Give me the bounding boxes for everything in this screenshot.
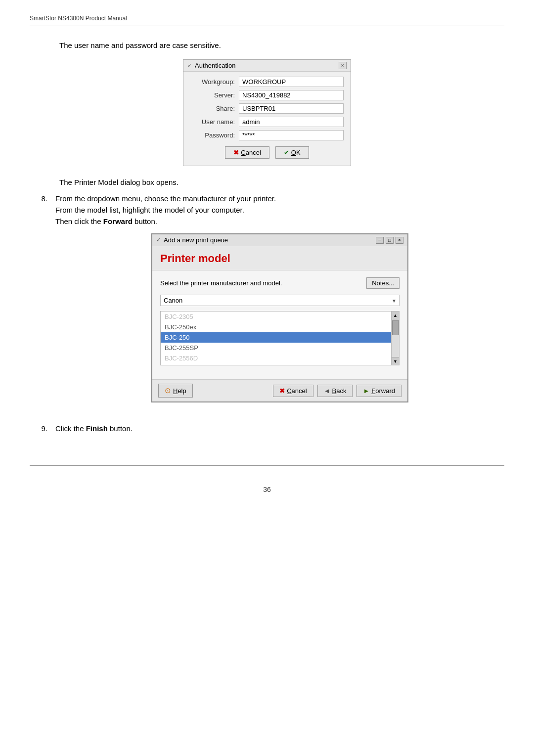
help-icon: ⊙ xyxy=(165,386,171,395)
step-8-number: 8. xyxy=(30,194,47,414)
print-title-bar-left: ✓ Add a new print queue xyxy=(156,236,228,244)
model-scrollbar: ▲ ▼ xyxy=(391,311,399,365)
step-8-line3: Then click the Forward button. xyxy=(55,217,504,225)
cancel-x-icon: ✖ xyxy=(233,149,239,156)
step-9-number: 9. xyxy=(30,424,47,436)
print-body: Select the printer manufacturer and mode… xyxy=(152,270,407,379)
intro-text: The user name and password are case sens… xyxy=(59,41,504,49)
auth-ok-button[interactable]: ✔ OK xyxy=(275,146,309,159)
step-8-content: From the dropdown menu, choose the manuf… xyxy=(55,194,504,414)
auth-label-workgroup: Workgroup: xyxy=(190,78,235,86)
model-list-container: BJC-2305 BJC-250ex BJC-250 BJC-255SP BJC… xyxy=(160,311,400,365)
auth-label-password: Password: xyxy=(190,132,235,139)
manufacturer-dropdown[interactable]: Canon xyxy=(160,295,400,306)
auth-value-username: admin xyxy=(239,117,344,127)
print-dialog-container: ✓ Add a new print queue − □ × Printer mo… xyxy=(55,233,504,402)
model-list: BJC-2305 BJC-250ex BJC-250 BJC-255SP BJC… xyxy=(161,311,391,365)
step-9-text: Click the Finish button. xyxy=(55,424,504,433)
step-8-bold-forward: Forward xyxy=(103,217,133,225)
step-8-line2: From the model list, highlight the model… xyxy=(55,206,504,214)
auth-row-server: Server: NS4300_419882 xyxy=(190,90,344,100)
back-label: Back xyxy=(332,387,347,395)
scroll-up-button[interactable]: ▲ xyxy=(392,311,400,319)
cancel-button[interactable]: ✖ Cancel xyxy=(273,385,313,397)
auth-value-workgroup: WORKGROUP xyxy=(239,77,344,87)
manufacturer-dropdown-wrapper: Canon xyxy=(160,295,400,306)
print-chevron-icon: ✓ xyxy=(156,237,161,243)
help-label: Help xyxy=(173,387,186,395)
scroll-down-button[interactable]: ▼ xyxy=(392,357,400,365)
print-select-label: Select the printer manufacturer and mode… xyxy=(160,279,282,287)
model-item-bjc2305[interactable]: BJC-2305 xyxy=(161,311,391,322)
footer-rule xyxy=(30,465,504,466)
print-header: Printer model xyxy=(152,246,407,270)
print-dialog-title: Add a new print queue xyxy=(164,236,228,244)
page-number: 36 xyxy=(30,486,504,493)
auth-chevron-icon: ✓ xyxy=(187,62,192,69)
auth-row-password: Password: ***** xyxy=(190,130,344,140)
print-footer: ⊙ Help ✖ Cancel ◄ Back ► xyxy=(152,379,407,401)
auth-dialog-title: Authentication xyxy=(195,62,235,69)
auth-value-password: ***** xyxy=(239,130,344,140)
print-dialog: ✓ Add a new print queue − □ × Printer mo… xyxy=(151,233,408,402)
forward-button[interactable]: ► Forward xyxy=(356,385,401,397)
step-8: 8. From the dropdown menu, choose the ma… xyxy=(30,194,504,414)
auth-value-server: NS4300_419882 xyxy=(239,90,344,100)
auth-value-share: USBPTR01 xyxy=(239,103,344,114)
printer-model-title: Printer model xyxy=(160,252,400,265)
header-rule xyxy=(30,26,504,26)
model-item-bjc2556d[interactable]: BJC-2556D xyxy=(161,353,391,363)
auth-row-share: Share: USBPTR01 xyxy=(190,103,344,114)
page-wrapper: SmartStor NS4300N Product Manual The use… xyxy=(0,0,534,756)
cancel-x-icon-print: ✖ xyxy=(279,387,285,395)
auth-close-button[interactable]: × xyxy=(339,62,347,69)
auth-dialog-container: ✓ Authentication × Workgroup: WORKGROUP … xyxy=(30,59,504,166)
notes-button[interactable]: Notes... xyxy=(366,277,400,289)
window-close-button[interactable]: × xyxy=(396,237,403,244)
model-item-bjc250[interactable]: BJC-250 xyxy=(161,332,391,343)
window-restore-button[interactable]: □ xyxy=(386,237,394,244)
back-button[interactable]: ◄ Back xyxy=(317,385,353,397)
auth-title-bar-left: ✓ Authentication xyxy=(187,62,235,69)
auth-cancel-label: Cancel xyxy=(241,149,261,156)
scroll-thumb[interactable] xyxy=(392,320,399,335)
step-9: 9. Click the Finish button. xyxy=(30,424,504,436)
auth-label-server: Server: xyxy=(190,91,235,99)
cancel-label: Cancel xyxy=(287,387,307,395)
step-9-content: Click the Finish button. xyxy=(55,424,504,436)
model-item-bjc250ex[interactable]: BJC-250ex xyxy=(161,322,391,332)
manual-title: SmartStor NS4300N Product Manual xyxy=(30,15,504,22)
ok-check-icon: ✔ xyxy=(284,149,289,156)
auth-label-username: User name: xyxy=(190,118,235,126)
auth-title-bar: ✓ Authentication × xyxy=(183,60,351,72)
print-title-bar: ✓ Add a new print queue − □ × xyxy=(152,234,407,246)
auth-row-workgroup: Workgroup: WORKGROUP xyxy=(190,77,344,87)
forward-triangle-icon: ► xyxy=(363,387,369,395)
model-item-bjc255sp[interactable]: BJC-255SP xyxy=(161,343,391,353)
step-9-bold-finish: Finish xyxy=(86,424,108,433)
auth-dialog: ✓ Authentication × Workgroup: WORKGROUP … xyxy=(183,59,351,166)
after-auth-text: The Printer Model dialog box opens. xyxy=(59,178,504,186)
window-minimize-button[interactable]: − xyxy=(376,237,384,244)
forward-label: Forward xyxy=(371,387,395,395)
auth-cancel-button[interactable]: ✖ Cancel xyxy=(225,146,269,159)
print-title-controls: − □ × xyxy=(376,237,403,244)
back-triangle-icon: ◄ xyxy=(324,387,330,395)
auth-ok-label: OK xyxy=(291,149,301,156)
auth-row-username: User name: admin xyxy=(190,117,344,127)
print-select-row: Select the printer manufacturer and mode… xyxy=(160,277,400,289)
auth-buttons: ✖ Cancel ✔ OK xyxy=(190,146,344,159)
help-button[interactable]: ⊙ Help xyxy=(158,384,193,398)
auth-dialog-body: Workgroup: WORKGROUP Server: NS4300_4198… xyxy=(183,72,351,166)
step-8-line1: From the dropdown menu, choose the manuf… xyxy=(55,194,504,203)
auth-label-share: Share: xyxy=(190,105,235,112)
